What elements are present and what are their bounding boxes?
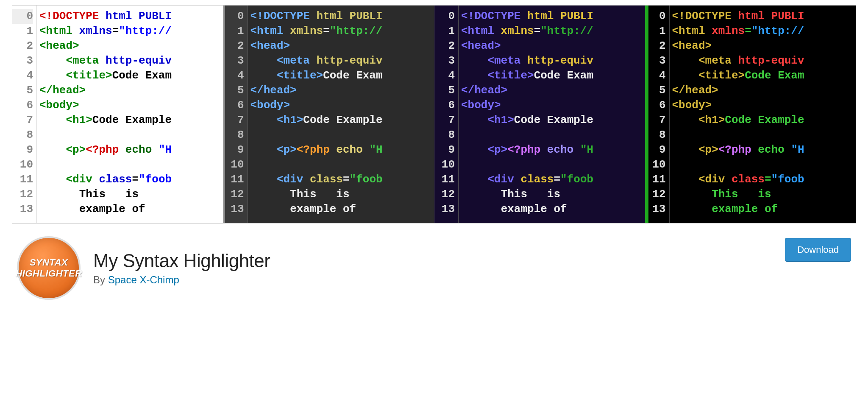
line-number: 9 [648, 143, 666, 157]
line-number: 11 [648, 172, 666, 187]
line-number: 5 [648, 83, 666, 98]
line-number: 6 [434, 98, 455, 113]
line-number: 5 [225, 83, 244, 98]
code-line: example of [672, 202, 856, 217]
code-line: <title>Code Exam [250, 68, 434, 83]
code-line: <head> [39, 39, 223, 53]
code-line [672, 128, 856, 143]
code-line [39, 157, 223, 172]
code-line: <html xmlns="http:// [39, 24, 223, 39]
code-line: <meta http-equiv [672, 53, 856, 68]
code-line: This is [250, 187, 434, 202]
line-number: 10 [648, 157, 666, 172]
line-number: 4 [648, 68, 666, 83]
line-number: 13 [648, 202, 666, 217]
line-number: 12 [12, 187, 33, 202]
download-button[interactable]: Download [785, 238, 851, 262]
line-number: 4 [434, 68, 455, 83]
line-number: 7 [434, 113, 455, 128]
line-number: 10 [225, 157, 244, 172]
code-area: <!DOCTYPE html PUBLI<html xmlns="http://… [248, 6, 434, 223]
line-number: 12 [648, 187, 666, 202]
code-line: <!DOCTYPE html PUBLI [39, 9, 223, 24]
code-line: <h1>Code Example [461, 113, 645, 128]
code-line: <p><?php echo "H [250, 143, 434, 157]
code-line: This is [672, 187, 856, 202]
theme-pane-purple: 012345678910111213<!DOCTYPE html PUBLI<h… [434, 6, 645, 223]
line-number: 8 [648, 128, 666, 143]
code-line: This is [39, 187, 223, 202]
code-line: <title>Code Exam [672, 68, 856, 83]
line-number: 0 [648, 9, 666, 24]
line-number: 6 [12, 98, 33, 113]
line-number: 9 [434, 143, 455, 157]
code-line: </head> [461, 83, 645, 98]
line-number: 12 [434, 187, 455, 202]
line-number: 6 [648, 98, 666, 113]
line-number: 8 [12, 128, 33, 143]
line-number: 2 [648, 39, 666, 53]
line-number: 5 [12, 83, 33, 98]
code-line: </head> [39, 83, 223, 98]
code-line: </head> [672, 83, 856, 98]
code-line: <p><?php echo "H [672, 143, 856, 157]
code-line: <!DOCTYPE html PUBLI [672, 9, 856, 24]
code-line: <!DOCTYPE html PUBLI [250, 9, 434, 24]
code-area: <!DOCTYPE html PUBLI<html xmlns="http://… [670, 6, 856, 223]
line-number: 11 [434, 172, 455, 187]
line-number: 1 [434, 24, 455, 39]
code-line: <div class="foob [672, 172, 856, 187]
line-number: 2 [225, 39, 244, 53]
line-number: 1 [12, 24, 33, 39]
code-line: <h1>Code Example [39, 113, 223, 128]
line-number: 13 [12, 202, 33, 217]
code-line [672, 157, 856, 172]
line-number: 12 [225, 187, 244, 202]
code-area: <!DOCTYPE html PUBLI<html xmlns="http://… [37, 6, 223, 223]
line-number: 2 [12, 39, 33, 53]
code-line [461, 157, 645, 172]
line-number: 2 [434, 39, 455, 53]
line-number-gutter: 012345678910111213 [223, 6, 248, 223]
line-number: 6 [225, 98, 244, 113]
line-number: 4 [12, 68, 33, 83]
line-number: 11 [225, 172, 244, 187]
code-line: example of [39, 202, 223, 217]
line-number: 1 [225, 24, 244, 39]
code-line: <meta http-equiv [39, 53, 223, 68]
code-line: <h1>Code Example [672, 113, 856, 128]
plugin-author-link[interactable]: Space X-Chimp [108, 274, 179, 285]
line-number-gutter: 012345678910111213 [12, 6, 37, 223]
logo-text-line1: SYNTAX [30, 257, 68, 268]
code-line: <meta http-equiv [461, 53, 645, 68]
line-number: 9 [225, 143, 244, 157]
line-number: 3 [648, 53, 666, 68]
code-area: <!DOCTYPE html PUBLI<html xmlns="http://… [459, 6, 645, 223]
line-number: 7 [225, 113, 244, 128]
code-line: <body> [250, 98, 434, 113]
code-line: <div class="foob [39, 172, 223, 187]
line-number: 0 [434, 9, 455, 24]
code-line: <div class="foob [461, 172, 645, 187]
code-line [461, 128, 645, 143]
code-line: <body> [39, 98, 223, 113]
line-number: 5 [434, 83, 455, 98]
code-line: example of [250, 202, 434, 217]
code-line: This is [461, 187, 645, 202]
code-line [39, 128, 223, 143]
line-number: 3 [225, 53, 244, 68]
theme-pane-dark: 012345678910111213<!DOCTYPE html PUBLI<h… [223, 6, 434, 223]
code-line: <html xmlns="http:// [672, 24, 856, 39]
code-line: <body> [461, 98, 645, 113]
code-line: <p><?php echo "H [39, 143, 223, 157]
line-number: 7 [648, 113, 666, 128]
line-number: 9 [12, 143, 33, 157]
plugin-header: SYNTAX HIGHLIGHTER My Syntax Highlighter… [0, 224, 868, 300]
line-number: 1 [648, 24, 666, 39]
plugin-author-line: By Space X-Chimp [93, 274, 785, 286]
code-line: <html xmlns="http:// [461, 24, 645, 39]
code-line: <!DOCTYPE html PUBLI [461, 9, 645, 24]
line-number: 8 [225, 128, 244, 143]
line-number: 0 [12, 9, 33, 24]
theme-pane-black: 012345678910111213<!DOCTYPE html PUBLI<h… [645, 6, 856, 223]
